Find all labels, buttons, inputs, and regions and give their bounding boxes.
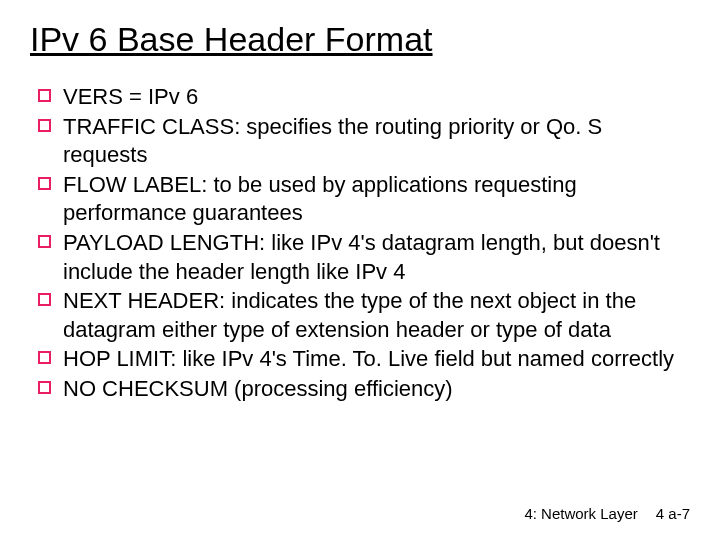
list-item: PAYLOAD LENGTH: like IPv 4's datagram le… xyxy=(38,229,690,286)
list-item: VERS = IPv 6 xyxy=(38,83,690,112)
list-item: NO CHECKSUM (processing efficiency) xyxy=(38,375,690,404)
bullet-text: PAYLOAD LENGTH: like IPv 4's datagram le… xyxy=(63,229,690,286)
bullet-square-icon xyxy=(38,235,51,248)
bullet-text: VERS = IPv 6 xyxy=(63,83,198,112)
bullet-square-icon xyxy=(38,293,51,306)
footer-section: 4: Network Layer xyxy=(524,505,637,522)
bullet-text: NEXT HEADER: indicates the type of the n… xyxy=(63,287,690,344)
slide-footer: 4: Network Layer 4 a-7 xyxy=(524,505,690,522)
list-item: HOP LIMIT: like IPv 4's Time. To. Live f… xyxy=(38,345,690,374)
bullet-square-icon xyxy=(38,381,51,394)
bullet-list: VERS = IPv 6 TRAFFIC CLASS: specifies th… xyxy=(30,83,690,404)
footer-page: 4 a-7 xyxy=(656,505,690,522)
bullet-square-icon xyxy=(38,119,51,132)
list-item: FLOW LABEL: to be used by applications r… xyxy=(38,171,690,228)
bullet-square-icon xyxy=(38,351,51,364)
bullet-square-icon xyxy=(38,177,51,190)
bullet-text: FLOW LABEL: to be used by applications r… xyxy=(63,171,690,228)
bullet-text: NO CHECKSUM (processing efficiency) xyxy=(63,375,453,404)
slide-container: IPv 6 Base Header Format VERS = IPv 6 TR… xyxy=(0,0,720,540)
list-item: TRAFFIC CLASS: specifies the routing pri… xyxy=(38,113,690,170)
slide-title: IPv 6 Base Header Format xyxy=(30,20,690,59)
list-item: NEXT HEADER: indicates the type of the n… xyxy=(38,287,690,344)
bullet-text: HOP LIMIT: like IPv 4's Time. To. Live f… xyxy=(63,345,674,374)
bullet-square-icon xyxy=(38,89,51,102)
bullet-text: TRAFFIC CLASS: specifies the routing pri… xyxy=(63,113,690,170)
